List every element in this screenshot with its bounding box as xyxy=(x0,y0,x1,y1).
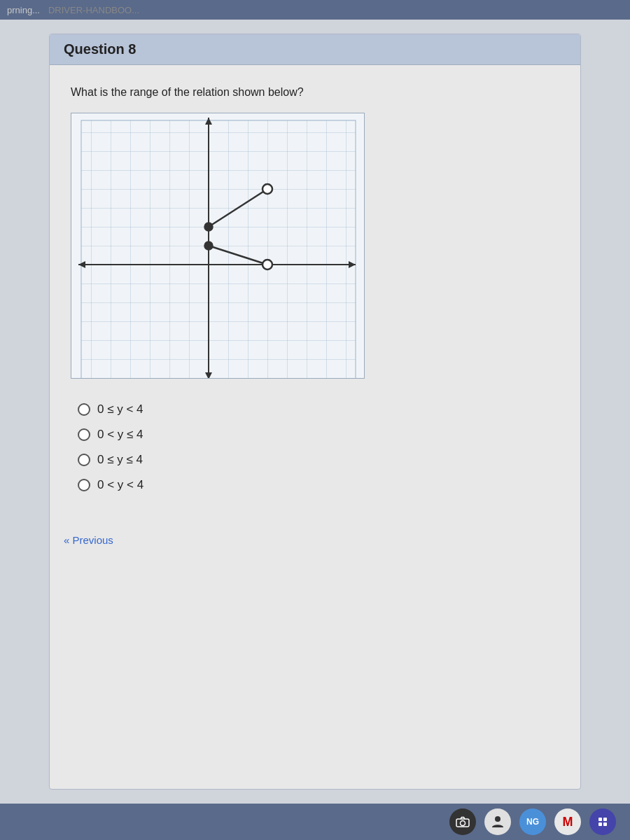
tab-driver[interactable]: DRIVER-HANDBOO... xyxy=(48,5,139,15)
question-card: Question 8 What is the range of the rela… xyxy=(49,34,581,790)
answer-choice-a[interactable]: 0 ≤ y < 4 xyxy=(78,402,559,416)
svg-point-11 xyxy=(495,816,500,822)
answer-choice-c[interactable]: 0 ≤ y ≤ 4 xyxy=(78,453,559,467)
answer-choice-d[interactable]: 0 < y < 4 xyxy=(78,478,559,492)
previous-button[interactable]: « Previous xyxy=(64,534,566,546)
blue-icon[interactable] xyxy=(589,808,616,835)
svg-point-10 xyxy=(461,821,465,826)
svg-rect-13 xyxy=(603,818,607,821)
question-header: Question 8 xyxy=(50,34,580,65)
answer-choice-b[interactable]: 0 < y ≤ 4 xyxy=(78,428,559,442)
camera-icon[interactable] xyxy=(449,808,476,835)
m-icon[interactable]: M xyxy=(554,808,581,835)
answer-label-b: 0 < y ≤ 4 xyxy=(97,428,144,442)
answer-label-d: 0 < y < 4 xyxy=(97,478,144,492)
radio-b[interactable] xyxy=(78,428,90,441)
coordinate-graph xyxy=(71,113,365,379)
taskbar: NG M xyxy=(0,804,630,840)
question-body: What is the range of the relation shown … xyxy=(50,65,580,527)
person-icon[interactable] xyxy=(484,808,511,835)
radio-a[interactable] xyxy=(78,403,90,416)
question-title: Question 8 xyxy=(64,41,136,57)
tab-prning[interactable]: prning... xyxy=(7,5,40,15)
radio-c[interactable] xyxy=(78,454,90,466)
filled-dot-2 xyxy=(204,241,213,250)
ng-icon[interactable]: NG xyxy=(519,808,546,835)
answer-label-c: 0 ≤ y ≤ 4 xyxy=(97,453,143,467)
main-content: Question 8 What is the range of the rela… xyxy=(0,20,630,804)
radio-d[interactable] xyxy=(78,479,90,491)
graph-container xyxy=(71,113,559,382)
svg-rect-14 xyxy=(598,822,602,826)
answer-label-a: 0 ≤ y < 4 xyxy=(97,402,144,416)
open-circle-2 xyxy=(262,260,272,270)
svg-rect-15 xyxy=(603,822,607,826)
filled-dot-1 xyxy=(204,223,213,231)
nav-section: « Previous xyxy=(50,527,580,560)
svg-rect-12 xyxy=(598,818,602,821)
answer-choices: 0 ≤ y < 4 0 < y ≤ 4 0 ≤ y ≤ 4 0 < y < 4 xyxy=(78,402,559,492)
open-circle-1 xyxy=(262,184,272,194)
question-text: What is the range of the relation shown … xyxy=(71,86,559,99)
top-bar: prning... DRIVER-HANDBOO... xyxy=(0,0,630,20)
